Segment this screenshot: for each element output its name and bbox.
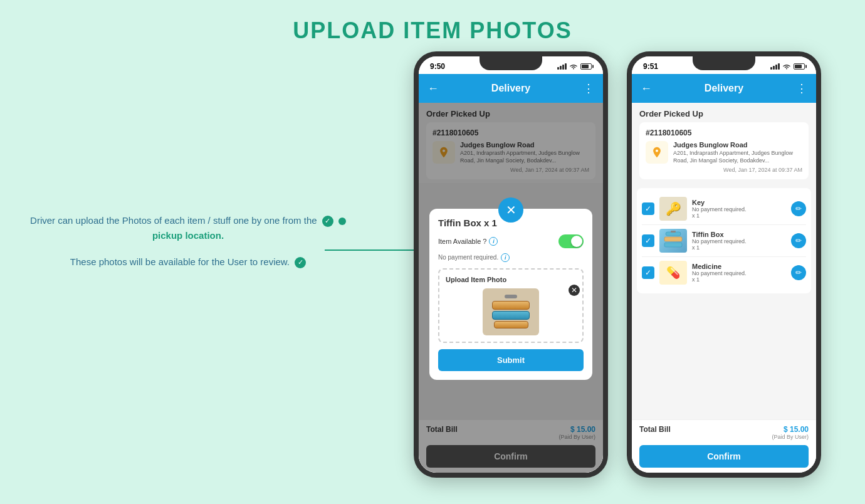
phone-1-notch [480, 56, 542, 70]
close-button[interactable]: ✕ [498, 197, 523, 223]
item-checkbox-key[interactable]: ✓ [642, 202, 654, 215]
item-name-tiffin: Tiffin Box [692, 231, 786, 238]
signal-icon [557, 63, 567, 70]
svg-rect-1 [664, 237, 682, 241]
order-card-2: #2118010605 Judges Bunglow Road A201, In… [639, 122, 809, 179]
phone-1: 9:50 ← Delivery [414, 51, 608, 478]
battery-icon-2 [794, 63, 805, 70]
item-qty-key: x 1 [692, 213, 786, 219]
item-payment-key: No payment required. [692, 206, 786, 213]
phone-2-content: Order Picked Up #2118010605 Judges Bungl… [632, 103, 816, 473]
order-status-2: Order Picked Up [639, 109, 809, 118]
address-text-2: Judges Bunglow Road A201, Indraprasth Ap… [673, 141, 802, 164]
item-qty-tiffin: x 1 [692, 244, 786, 251]
location-icon-box-2 [646, 141, 668, 164]
item-info-key: Key No payment required. x 1 [692, 199, 786, 219]
upload-image-container: ✕ [446, 288, 576, 335]
menu-dots-icon[interactable]: ⋮ [583, 81, 594, 95]
medicine-image: 💊 [659, 261, 687, 285]
wifi-icon-2 [782, 63, 791, 70]
phone-1-content: Order Picked Up #2118010605 Judges Bungl… [419, 103, 603, 473]
submit-button[interactable]: Submit [438, 349, 584, 371]
list-item: ✓ 🔑 Key No payment required. x 1 ✏ [642, 193, 806, 225]
phone-2-app-bar: ← Delivery ⋮ [632, 74, 816, 103]
items-list: ✓ 🔑 Key No payment required. x 1 ✏ ✓ [637, 188, 811, 293]
menu-dots-icon-2[interactable]: ⋮ [796, 81, 807, 95]
info-icon[interactable]: i [489, 237, 498, 246]
edit-icon-tiffin[interactable]: ✏ [791, 233, 806, 248]
address-title-2: Judges Bunglow Road [673, 141, 802, 149]
annotation-line-1: Driver can upload the Photos of each ite… [19, 213, 357, 243]
phone-2-time: 9:51 [643, 62, 658, 71]
signal-icon-2 [770, 63, 780, 70]
phone-1-status-icons [557, 63, 592, 70]
item-available-label: Item Available ? i [438, 237, 498, 246]
item-payment-tiffin: No payment required. [692, 238, 786, 244]
remove-image-icon[interactable]: ✕ [569, 285, 580, 296]
upload-label: Upload Item Photo [446, 276, 576, 283]
check-icon-2: ✓ [295, 257, 306, 268]
phone-2-order-section: Order Picked Up #2118010605 Judges Bungl… [632, 103, 816, 183]
svg-rect-3 [671, 231, 676, 233]
tiffin-item-image [659, 229, 687, 253]
location-pin-icon-2 [651, 146, 663, 159]
phone-1-app-title: Delivery [439, 83, 583, 94]
total-row-2: Total Bill $ 15.00 (Paid By User) [639, 425, 809, 440]
phone-1-app-bar: ← Delivery ⋮ [419, 74, 603, 103]
battery-icon [580, 63, 592, 70]
order-number-2: #2118010605 [646, 129, 802, 137]
check-icon-1: ✓ [322, 216, 333, 227]
item-qty-medicine: x 1 [692, 276, 786, 283]
modal-card: ✕ Tiffin Box x 1 Item Available ? i [429, 209, 592, 380]
key-image: 🔑 [659, 197, 687, 221]
total-label-2: Total Bill [639, 425, 671, 434]
paid-by-2: (Paid By User) [772, 434, 809, 440]
phone-2-status-icons [770, 63, 805, 70]
no-payment-row: No payment required. i [438, 253, 584, 262]
connector-line [325, 249, 425, 251]
confirm-button-2[interactable]: Confirm [639, 445, 809, 468]
edit-icon-medicine[interactable]: ✏ [791, 265, 806, 280]
back-arrow-2[interactable]: ← [641, 82, 652, 95]
item-payment-medicine: No payment required. [692, 270, 786, 276]
annotation-line-2: These photos will be available for the U… [19, 255, 357, 270]
item-checkbox-medicine[interactable]: ✓ [642, 266, 654, 279]
wifi-icon [569, 63, 578, 70]
tiffin-image [483, 288, 539, 335]
phone-1-time: 9:50 [430, 62, 445, 71]
dot-icon [338, 218, 346, 225]
list-item: ✓ Tiffin Box No payment required. x 1 [642, 225, 806, 257]
address-row-2: Judges Bunglow Road A201, Indraprasth Ap… [646, 141, 802, 164]
address-detail-2: A201, Indraprasth Appartment, Judges Bun… [673, 150, 802, 164]
modal-overlay: ✕ Tiffin Box x 1 Item Available ? i [419, 103, 603, 473]
page-title: UPLOAD ITEM PHOTOS [0, 0, 865, 50]
item-available-row: Item Available ? i [438, 234, 584, 248]
total-amount-2: $ 15.00 [772, 425, 809, 434]
item-info-tiffin: Tiffin Box No payment required. x 1 [692, 231, 786, 251]
item-name-key: Key [692, 199, 786, 206]
annotation-area: Driver can upload the Photos of each ite… [19, 213, 357, 281]
phone-2-bottom-bar: Total Bill $ 15.00 (Paid By User) Confir… [632, 419, 816, 473]
phone-2: 9:51 ← Delivery [627, 51, 821, 478]
item-checkbox-tiffin[interactable]: ✓ [642, 234, 654, 247]
back-arrow[interactable]: ← [427, 82, 439, 95]
edit-icon-key[interactable]: ✏ [791, 201, 806, 216]
phone-2-app-title: Delivery [652, 83, 796, 94]
item-available-toggle[interactable] [558, 234, 584, 248]
item-info-medicine: Medicine No payment required. x 1 [692, 263, 786, 283]
payment-info-icon[interactable]: i [501, 253, 510, 262]
list-item: ✓ 💊 Medicine No payment required. x 1 ✏ [642, 257, 806, 288]
svg-rect-2 [664, 243, 682, 247]
phones-container: 9:50 ← Delivery [414, 51, 821, 478]
item-name-medicine: Medicine [692, 263, 786, 270]
upload-area[interactable]: Upload Item Photo ✕ [438, 268, 584, 343]
phone-2-notch [693, 56, 755, 70]
order-datetime-2: Wed, Jan 17, 2024 at 09:37 AM [646, 167, 802, 173]
